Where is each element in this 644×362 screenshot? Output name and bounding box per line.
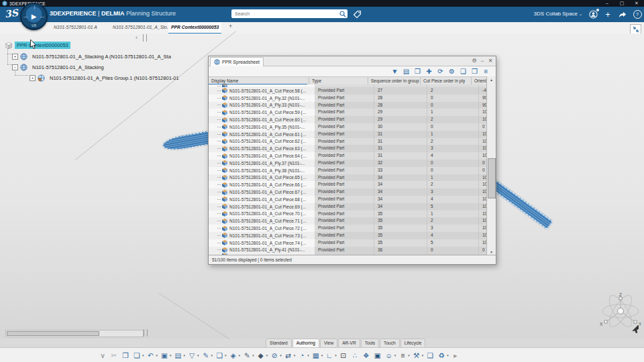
cell-type[interactable]: Provided Part xyxy=(315,160,374,167)
table-row[interactable]: N101-57512801-01_A_Ply.38 (N101-...Provi… xyxy=(209,167,496,174)
user-avatar-icon[interactable] xyxy=(588,9,598,19)
table-row[interactable]: N101-57512801-01_A_Ply.41 (N101-...Provi… xyxy=(209,247,496,254)
scrollbar-thumb[interactable] xyxy=(488,158,496,198)
tree-item[interactable]: +N101-57512801-01_A_Plies Group.1 (N101-… xyxy=(30,74,181,82)
action-tab-standard[interactable]: Standard xyxy=(266,339,292,347)
layers-diamond-icon[interactable]: ◆▾ xyxy=(256,351,268,359)
cell-type[interactable]: Provided Part xyxy=(315,152,374,160)
table-export-icon[interactable]: ▤ xyxy=(402,67,411,76)
cell-cut-piece[interactable]: 2 xyxy=(427,217,479,225)
catalog-book-icon[interactable]: ▤▾ xyxy=(174,351,186,359)
cell-cut-piece[interactable]: 3 xyxy=(427,188,479,196)
cell-type[interactable]: Provided Part xyxy=(315,123,374,131)
cell-type[interactable]: Provided Part xyxy=(315,167,374,174)
table-row[interactable]: N101-57512801-01_A_Cut Piece.60 (...Prov… xyxy=(209,116,496,123)
dropdown-arrow-icon[interactable]: ▾ xyxy=(307,353,309,357)
cell-type[interactable]: Provided Part xyxy=(315,174,374,182)
cell-sequence[interactable]: 28 xyxy=(374,102,427,109)
window-maximize-button[interactable]: ▢ xyxy=(614,0,629,7)
cell-cut-piece[interactable]: 3 xyxy=(427,225,479,232)
cell-cut-piece[interactable]: 4 xyxy=(427,232,479,239)
cell-display-name[interactable]: N101-57512801-01_A_Cut Piece.67 (... xyxy=(209,188,315,196)
cell-display-name[interactable]: N101-57512801-01_A_Cut Piece.74 (... xyxy=(209,239,315,247)
cell-cut-piece[interactable]: 2 xyxy=(427,87,479,95)
cell-cut-piece[interactable]: 0 xyxy=(427,95,479,102)
tree-item-label[interactable]: N101-57512801-01_A_Plies Group.1 (N101-5… xyxy=(48,74,181,82)
cell-cut-piece[interactable]: 0 xyxy=(427,247,479,254)
tree-item[interactable]: PPR Context00000053 xyxy=(5,42,70,49)
flow-nodes-icon[interactable]: ∴ xyxy=(350,351,360,359)
cell-cut-piece[interactable]: 1 xyxy=(427,210,479,218)
connector-icon[interactable]: ∟▾ xyxy=(325,351,337,359)
list-rows-icon[interactable]: ≡▾ xyxy=(398,351,410,359)
compass-play-button[interactable]: ▶ xyxy=(32,13,37,20)
splitter-handle[interactable] xyxy=(144,329,148,337)
tree-item-label-selected[interactable]: PPR Context00000053 xyxy=(15,42,70,49)
cell-display-name[interactable]: N101-57512801-01_A_Cut Piece.71 (... xyxy=(209,217,315,225)
cell-sequence[interactable]: 31 xyxy=(374,145,427,152)
cell-cut-piece[interactable]: 0 xyxy=(427,102,479,109)
cell-sequence[interactable]: 35 xyxy=(374,239,427,247)
table-add-icon[interactable]: ▦▾ xyxy=(311,351,323,359)
table-row[interactable]: N101-57512801-01_A_Cut Piece.72 (...Prov… xyxy=(209,225,496,232)
dropdown-arrow-icon[interactable]: ▾ xyxy=(394,353,396,357)
dropdown-arrow-icon[interactable]: ▾ xyxy=(170,353,172,357)
cell-sequence[interactable]: 34 xyxy=(374,203,427,210)
dropdown-arrow-icon[interactable]: ▾ xyxy=(321,353,323,357)
people-gear-icon[interactable]: ☺▾ xyxy=(384,351,396,359)
add-item-icon[interactable]: ✚ xyxy=(425,67,433,76)
table-row[interactable]: N101-57512801-01_A_Cut Piece.66 (...Prov… xyxy=(209,181,496,188)
box-3d-icon[interactable]: ▣ xyxy=(373,351,382,359)
doc-export-icon[interactable]: ❏▾ xyxy=(215,351,227,359)
cell-sequence[interactable]: 31 xyxy=(374,131,427,138)
cell-display-name[interactable]: N101-57512801-01_A_Cut Piece.66 (... xyxy=(209,181,315,188)
notepad-edit-icon[interactable]: ✎▾ xyxy=(242,351,254,359)
cell-sequence[interactable]: 34 xyxy=(374,196,427,203)
settings-gear-icon[interactable]: ⚙ xyxy=(447,67,456,76)
dropdown-arrow-icon[interactable]: ▾ xyxy=(335,353,337,357)
panel-collapse-icon[interactable]: ‹ xyxy=(136,34,138,41)
cell-cut-piece[interactable]: 2 xyxy=(427,116,479,123)
tab-document-2[interactable]: N101-57512801-01_A_Sto... xyxy=(110,22,174,33)
brackets-dot-icon[interactable]: ⊡ xyxy=(339,351,348,359)
expand-plus-icon[interactable]: + xyxy=(30,75,36,81)
expand-plus-icon[interactable]: + xyxy=(12,54,18,60)
table-row[interactable]: N101-57512801-01_A_Ply.33 (N101-...Provi… xyxy=(209,102,496,109)
scroll-down-icon[interactable]: ▼ xyxy=(487,250,496,254)
cell-display-name[interactable]: N101-57512801-01_A_Ply.35 (N101-... xyxy=(209,123,315,131)
collab-space-selector[interactable]: 3DS Collab Space⌄ xyxy=(534,11,582,17)
table-row[interactable]: N101-57512801-01_A_Cut Piece.74 (...Prov… xyxy=(209,239,496,247)
cell-cut-piece[interactable]: 4 xyxy=(427,152,479,160)
cell-display-name[interactable]: N101-57512801-01_A_Ply.38 (N101-... xyxy=(209,167,315,174)
cell-type[interactable]: Provided Part xyxy=(315,196,374,203)
swap-arrows-icon[interactable]: ⇄▾ xyxy=(284,351,296,359)
cell-sequence[interactable]: 35 xyxy=(374,217,427,225)
cell-display-name[interactable]: N101-57512801-01_A_Cut Piece.64 (... xyxy=(209,152,315,160)
cell-sequence[interactable]: 27 xyxy=(374,87,427,95)
action-tab-ar-vr[interactable]: AR-VR xyxy=(338,339,360,347)
dropdown-arrow-icon[interactable]: ▾ xyxy=(422,353,424,357)
search-input[interactable] xyxy=(231,9,344,18)
cell-display-name[interactable]: N101-57512801-01_A_Cut Piece.62 (... xyxy=(209,138,315,145)
table-row[interactable]: N101-57512801-01_A_Cut Piece.73 (...Prov… xyxy=(209,232,496,239)
cell-type[interactable]: Provided Part xyxy=(315,131,374,138)
cell-sequence[interactable]: 28 xyxy=(374,95,427,102)
edit-pencil-icon[interactable]: ✎▾ xyxy=(201,351,213,359)
overflow-right-icon[interactable]: ▸ xyxy=(451,351,460,359)
scroll-up-icon[interactable]: ▲ xyxy=(487,78,496,82)
dropdown-arrow-icon[interactable]: ▾ xyxy=(225,353,227,357)
scrollbar-thumb[interactable] xyxy=(7,331,99,336)
cell-cut-piece[interactable]: 3 xyxy=(427,145,479,152)
cell-display-name[interactable]: N101-57512801-01_A_Ply.32 (N101-... xyxy=(209,95,315,102)
cell-display-name[interactable]: N101-57512801-01_A_Cut Piece.70 (... xyxy=(209,210,315,218)
cell-display-name[interactable]: N101-57512801-01_A_Cut Piece.68 (... xyxy=(209,196,315,203)
dialog-settings-gear-icon[interactable]: ⚙ xyxy=(470,57,478,65)
cell-type[interactable]: Provided Part xyxy=(315,188,374,196)
cell-cut-piece[interactable]: 4 xyxy=(427,196,479,203)
cell-display-name[interactable]: N101-57512801-01_A_Ply.41 (N101-... xyxy=(209,247,315,254)
dialog-close-button[interactable]: ✕ xyxy=(486,57,494,65)
cell-display-name[interactable]: N101-57512801-01_A_Cut Piece.69 (... xyxy=(209,203,315,210)
table-row[interactable]: N101-57512801-01_A_Cut Piece.64 (...Prov… xyxy=(209,152,496,160)
duplicate-sheet-icon[interactable]: ❐ xyxy=(470,67,479,76)
cell-sequence[interactable]: 31 xyxy=(374,152,427,160)
